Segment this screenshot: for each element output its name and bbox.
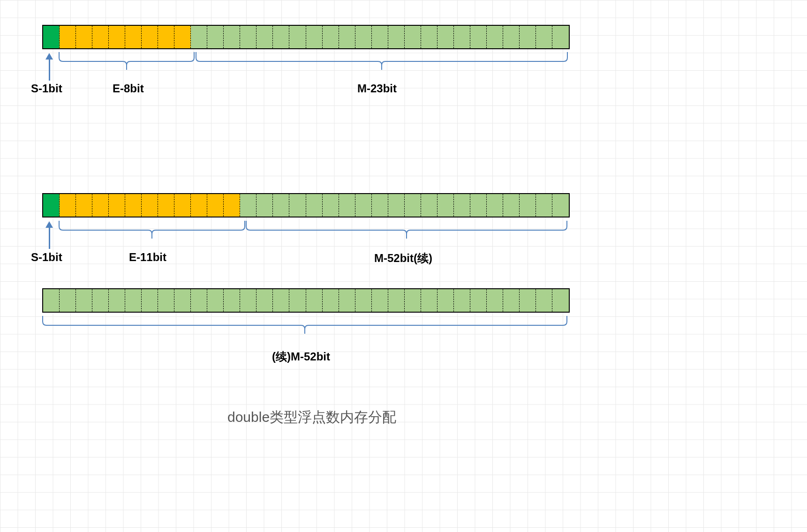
brace-mantissa-2 (246, 220, 571, 244)
bit-cell (323, 289, 339, 312)
label-m-3: (续)M-52bit (272, 349, 330, 364)
bit-cell (92, 26, 109, 48)
bit-cell (76, 26, 92, 48)
bit-cell (273, 26, 289, 48)
brace-mantissa-3 (42, 315, 571, 339)
bit-cell (487, 194, 503, 217)
bitrow-double-top (42, 193, 570, 217)
label-s-1: S-1bit (31, 82, 62, 95)
bitrow-double-cont (42, 288, 570, 313)
bit-cell (43, 289, 60, 312)
brace-exponent-2 (59, 220, 248, 244)
bit-cell (289, 26, 306, 48)
bit-cell (405, 26, 421, 48)
bit-cell (470, 194, 487, 217)
caption: double类型浮点数内存分配 (227, 408, 396, 427)
bit-cell (142, 26, 158, 48)
label-e-2: E-11bit (129, 251, 166, 264)
bit-cell (125, 194, 142, 217)
bit-cell (224, 194, 240, 217)
bit-cell (437, 289, 454, 312)
bit-cell (355, 26, 372, 48)
bit-cell (174, 289, 191, 312)
bit-cell (520, 289, 536, 312)
bit-cell (158, 26, 174, 48)
bit-cell (76, 289, 92, 312)
bit-cell (207, 289, 224, 312)
bit-cell (520, 194, 536, 217)
brace-mantissa-1 (196, 52, 571, 75)
bit-cell (503, 289, 520, 312)
arrow-sign-1 (45, 53, 53, 60)
label-e-1: E-8bit (113, 82, 144, 95)
bit-cell (43, 194, 60, 217)
bit-cell (125, 26, 142, 48)
bit-cell (339, 194, 355, 217)
bit-cell (405, 194, 421, 217)
bit-cell (503, 194, 520, 217)
bitrow-float32 (42, 25, 570, 49)
bit-cell (273, 194, 289, 217)
bit-cell (520, 26, 536, 48)
bit-cell (536, 26, 552, 48)
bit-cell (536, 194, 552, 217)
bit-cell (454, 194, 470, 217)
bit-cell (43, 26, 60, 48)
bit-cell (207, 26, 224, 48)
bit-cell (306, 289, 323, 312)
bit-cell (174, 194, 191, 217)
bit-cell (536, 289, 552, 312)
bit-cell (256, 26, 273, 48)
bit-cell (289, 194, 306, 217)
bit-cell (372, 289, 388, 312)
bit-cell (388, 194, 405, 217)
bit-cell (437, 194, 454, 217)
bit-cell (454, 289, 470, 312)
bit-cell (388, 289, 405, 312)
bit-cell (552, 289, 569, 312)
bit-cell (191, 289, 207, 312)
bit-cell (109, 194, 125, 217)
bit-cell (421, 194, 437, 217)
bit-cell (339, 26, 355, 48)
bit-cell (224, 289, 240, 312)
bit-cell (454, 26, 470, 48)
bit-cell (355, 194, 372, 217)
bit-cell (191, 26, 207, 48)
bit-cell (191, 194, 207, 217)
bit-cell (256, 194, 273, 217)
bit-cell (372, 26, 388, 48)
bit-cell (487, 26, 503, 48)
bit-cell (503, 26, 520, 48)
arrow-sign-2-stem (49, 227, 50, 249)
bit-cell (289, 289, 306, 312)
bit-cell (355, 289, 372, 312)
bit-cell (388, 26, 405, 48)
bit-cell (240, 26, 256, 48)
bit-cell (142, 194, 158, 217)
bit-cell (240, 289, 256, 312)
bit-cell (437, 26, 454, 48)
bit-cell (92, 194, 109, 217)
bit-cell (60, 194, 76, 217)
bit-cell (125, 289, 142, 312)
brace-exponent-1 (59, 52, 198, 75)
bit-cell (470, 289, 487, 312)
bit-cell (487, 289, 503, 312)
bit-cell (109, 289, 125, 312)
bit-cell (421, 289, 437, 312)
bit-cell (207, 194, 224, 217)
bit-cell (470, 26, 487, 48)
bit-cell (224, 26, 240, 48)
bit-cell (421, 26, 437, 48)
label-m-1: M-23bit (357, 82, 397, 95)
bit-cell (256, 289, 273, 312)
bit-cell (273, 289, 289, 312)
bit-cell (158, 289, 174, 312)
label-m-2: M-52bit(续) (374, 251, 432, 266)
bit-cell (76, 194, 92, 217)
label-s-2: S-1bit (31, 251, 62, 264)
arrow-sign-1-stem (49, 59, 50, 81)
bit-cell (372, 194, 388, 217)
bit-cell (109, 26, 125, 48)
